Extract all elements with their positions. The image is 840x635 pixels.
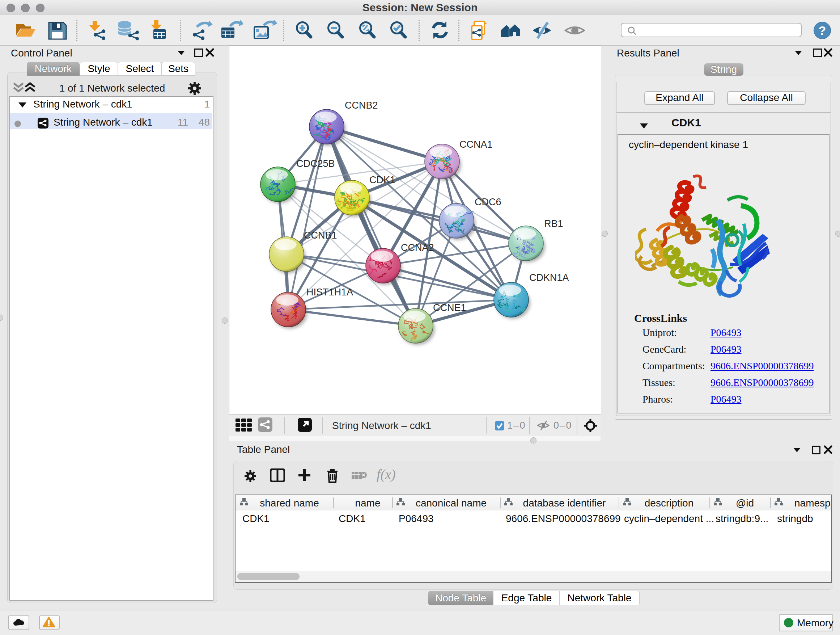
svg-text:CCNB2: CCNB2	[345, 100, 378, 111]
svg-text:HIST1H1A: HIST1H1A	[306, 287, 353, 298]
svg-text:CDC25B: CDC25B	[296, 158, 335, 169]
svg-text:CCNE1: CCNE1	[433, 302, 466, 313]
svg-text:CCNA1: CCNA1	[459, 139, 493, 150]
svg-text:CDK1: CDK1	[369, 174, 395, 185]
svg-text:CDKN1A: CDKN1A	[529, 272, 569, 283]
svg-text:CCNA2: CCNA2	[401, 242, 434, 253]
svg-text:RB1: RB1	[544, 218, 563, 229]
svg-text:CDC6: CDC6	[475, 196, 501, 207]
svg-text:CCNB1: CCNB1	[304, 230, 337, 241]
